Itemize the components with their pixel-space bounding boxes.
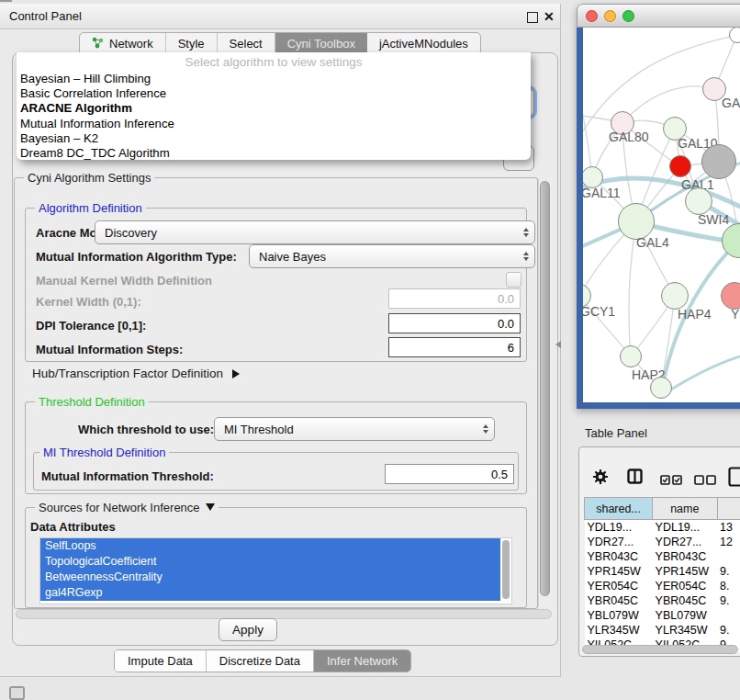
network-node[interactable]	[650, 377, 672, 399]
table-row[interactable]: YPR145WYPR145W9.	[585, 564, 740, 579]
data-attributes-label: Data Attributes	[30, 520, 116, 534]
function-builder-icon[interactable]	[728, 467, 740, 491]
table-cell[interactable]: YLR345W	[585, 623, 653, 638]
mi-threshold-input[interactable]	[385, 464, 514, 484]
attribute-list-item[interactable]: SelfLoops	[40, 538, 500, 554]
algorithm-option[interactable]: Bayesian – Hill Climbing	[17, 72, 531, 86]
which-threshold-combo[interactable]: MI Threshold	[214, 417, 495, 441]
minimized-panel-icon[interactable]	[9, 686, 25, 700]
tab-infer-network[interactable]: Infer Network	[314, 650, 410, 672]
table-row[interactable]: YDL19...YDL19...13	[585, 520, 740, 536]
panel-divider-collapse-icon[interactable]	[555, 341, 561, 348]
dpi-tolerance-label: DPI Tolerance [0,1]:	[36, 319, 146, 333]
table-cell[interactable]: 9.	[717, 564, 740, 579]
table-cell[interactable]: YPR145W	[653, 564, 717, 579]
table-cell[interactable]: YDL19...	[585, 520, 653, 536]
attribute-list-item[interactable]: TopologicalCoefficient	[40, 554, 500, 570]
table-cell[interactable]: 9.	[717, 623, 740, 638]
table-cell[interactable]: YER054C	[653, 579, 717, 593]
table-panel: shared... name YDL19...YDL19...13YDR27..…	[578, 446, 740, 657]
network-node-gal1[interactable]	[669, 155, 691, 177]
table-cell[interactable]: 13	[717, 520, 740, 536]
table-row[interactable]: YBR045CYBR045C9.	[585, 593, 740, 608]
algorithm-option[interactable]: Basic Correlation Inference	[17, 86, 531, 101]
aracne-mode-combo[interactable]: Discovery	[95, 220, 535, 244]
attributes-scrollbar-thumb[interactable]	[502, 540, 510, 599]
algorithm-option[interactable]: Mutual Information Inference	[17, 117, 531, 131]
gear-icon[interactable]	[592, 469, 609, 489]
network-node-swi4[interactable]	[685, 187, 712, 215]
network-node-gal4[interactable]	[618, 203, 655, 240]
attribute-list-item[interactable]: gal4RGexp	[40, 585, 500, 601]
table-cell[interactable]: YBR045C	[653, 593, 717, 608]
mi-threshold-label: Mutual Information Threshold:	[41, 469, 214, 483]
mi-steps-input[interactable]	[388, 337, 521, 357]
kernel-width-input	[388, 288, 521, 309]
mi-type-combo[interactable]: Naive Bayes	[249, 244, 535, 268]
network-window-titlebar[interactable]	[577, 4, 740, 28]
close-window-icon[interactable]	[586, 10, 598, 22]
table-cell[interactable]: YDR27...	[653, 535, 717, 549]
network-canvas[interactable]: GALGAL80GAL10GAL1GAL11SWI4GAL4GCY1HAP4YH…	[583, 28, 740, 402]
minimize-window-icon[interactable]	[604, 10, 616, 22]
node-attribute-table: shared... name YDL19...YDL19...13YDR27..…	[584, 497, 740, 652]
tab-network[interactable]: Network	[80, 33, 166, 54]
tab-select[interactable]: Select	[218, 33, 275, 54]
data-attributes-list[interactable]: SelfLoopsTopologicalCoefficientBetweenne…	[39, 537, 512, 604]
table-row[interactable]: YBR043CYBR043C	[585, 549, 740, 564]
manual-kernel-checkbox[interactable]	[506, 272, 521, 288]
table-row[interactable]: YLR345WYLR345W9.	[585, 623, 740, 638]
zoom-window-icon[interactable]	[622, 10, 634, 22]
table-cell[interactable]: YBR043C	[653, 549, 717, 564]
table-cell[interactable]: YBL079W	[653, 608, 717, 623]
table-cell[interactable]	[717, 608, 740, 623]
tab-style-label: Style	[178, 37, 205, 51]
algorithm-option[interactable]: Bayesian – K2	[17, 131, 531, 146]
float-panel-icon[interactable]	[527, 12, 538, 23]
table-cell[interactable]: YBL079W	[585, 608, 653, 623]
settings-scrollbar-thumb[interactable]	[540, 181, 550, 596]
node-label: GAL80	[609, 130, 649, 144]
tab-jactivemnodules[interactable]: jActiveMNodules	[367, 33, 480, 54]
network-node-hap2[interactable]	[620, 345, 642, 367]
table-cell[interactable]: YDR27...	[585, 535, 653, 549]
table-cell[interactable]: 12	[717, 535, 740, 549]
table-row[interactable]: YDR27...YDR27...12	[585, 535, 740, 549]
attributes-scrollbar[interactable]	[501, 539, 510, 602]
table-cell[interactable]: YPR145W	[585, 564, 653, 579]
column-visibility-icon[interactable]	[627, 469, 643, 488]
close-panel-icon[interactable]: ✕	[544, 8, 555, 25]
node-label: SWI4	[698, 212, 729, 227]
table-cell[interactable]: 9.	[717, 593, 740, 608]
column-header-shared-name[interactable]: shared...	[585, 498, 653, 520]
network-node[interactable]	[729, 28, 740, 43]
dpi-tolerance-input[interactable]	[388, 313, 521, 333]
column-header-name[interactable]: name	[653, 498, 717, 520]
select-all-icon[interactable]	[660, 472, 682, 489]
table-cell[interactable]: 8.	[717, 579, 740, 593]
table-row[interactable]: YER054CYER054C8.	[585, 579, 740, 593]
table-cell[interactable]: YBR043C	[585, 549, 653, 564]
tab-impute-data[interactable]: Impute Data	[115, 650, 207, 672]
table-cell[interactable]	[717, 549, 740, 564]
network-node-hap4[interactable]	[661, 282, 689, 310]
network-node[interactable]	[701, 144, 736, 179]
tab-cyni-toolbox[interactable]: Cyni Toolbox	[275, 33, 367, 54]
table-row[interactable]: YBL079WYBL079W	[585, 608, 740, 623]
algorithm-option[interactable]: ARACNE Algorithm	[17, 101, 531, 116]
table-horizontal-scrollbar[interactable]	[582, 645, 738, 654]
apply-button[interactable]: Apply	[219, 618, 277, 641]
attribute-list-item[interactable]: BetweennessCentrality	[40, 570, 500, 585]
settings-vertical-scrollbar[interactable]	[538, 178, 552, 606]
tab-discretize-data[interactable]: Discretize Data	[207, 650, 314, 672]
deselect-all-icon[interactable]	[694, 472, 716, 489]
algorithm-option[interactable]: Dream8 DC_TDC Algorithm	[17, 146, 531, 161]
column-header-extra[interactable]	[717, 498, 740, 520]
hub-definition-expander[interactable]: Hub/Transcription Factor Definition	[32, 367, 240, 380]
tab-style[interactable]: Style	[166, 33, 218, 54]
table-cell[interactable]: YER054C	[585, 579, 653, 593]
table-cell[interactable]: YBR045C	[585, 593, 653, 608]
table-cell[interactable]: YLR345W	[653, 623, 717, 638]
table-cell[interactable]: YDL19...	[653, 520, 717, 536]
settings-horizontal-scrollbar[interactable]	[16, 609, 552, 619]
